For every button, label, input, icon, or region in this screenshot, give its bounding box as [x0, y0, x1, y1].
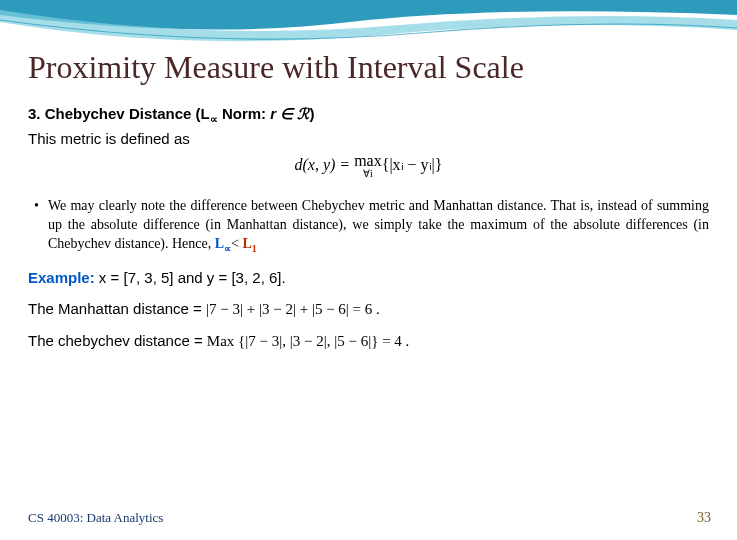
slide-content: Proximity Measure with Interval Scale 3.… — [0, 0, 737, 350]
explain-body: We may clearly note the difference betwe… — [48, 198, 709, 251]
example-label: Example: — [28, 269, 95, 286]
slide-title: Proximity Measure with Interval Scale — [28, 50, 709, 85]
chebychev-label: The chebychev distance = — [28, 332, 207, 349]
footer-course-code: CS 40003: Data Analytics — [28, 510, 163, 526]
max-word: max — [354, 153, 382, 169]
distance-formula: d(x, y) = max∀i{|xᵢ − yᵢ|} — [28, 153, 709, 179]
close-paren: ) — [309, 105, 314, 122]
formula-lhs: d(x, y) = — [295, 156, 355, 173]
manhattan-calc: The Manhattan distance = |7 − 3| + |3 − … — [28, 300, 709, 318]
section-heading: 3. Chebychev Distance (L∝ Norm: r ∈ ℛ) — [28, 105, 709, 126]
norm-after-text: Norm: — [218, 105, 271, 122]
chebychev-calc: The chebychev distance = Max {|7 − 3|, |… — [28, 332, 709, 350]
page-number: 33 — [697, 510, 711, 526]
section-number-label: 3. Chebychev Distance (L — [28, 105, 210, 122]
formula-rhs: {|xᵢ − yᵢ|} — [382, 156, 443, 173]
manhattan-label: The Manhattan distance = — [28, 300, 206, 317]
max-operator: max∀i — [354, 153, 382, 179]
norm-subscript: ∝ — [210, 113, 218, 125]
chebychev-max-word: Max — [207, 333, 238, 349]
section-lead-text: This metric is defined as — [28, 130, 709, 147]
less-than: < — [231, 236, 242, 251]
l-infinity-symbol: L∝ — [215, 236, 231, 251]
manhattan-expression: |7 − 3| + |3 − 2| + |5 − 6| = 6 . — [206, 301, 380, 317]
l-one-symbol: L1 — [243, 236, 257, 251]
chebychev-expression: {|7 − 3|, |3 − 2|, |5 − 6|} = 4 . — [238, 333, 409, 349]
example-line: Example: x = [7, 3, 5] and y = [3, 2, 6]… — [28, 269, 709, 286]
max-subscript: ∀i — [354, 169, 382, 179]
r-condition: r ∈ ℛ — [270, 105, 309, 122]
example-vectors: x = [7, 3, 5] and y = [3, 2, 6]. — [95, 269, 286, 286]
explanation-paragraph: We may clearly note the difference betwe… — [48, 197, 709, 255]
